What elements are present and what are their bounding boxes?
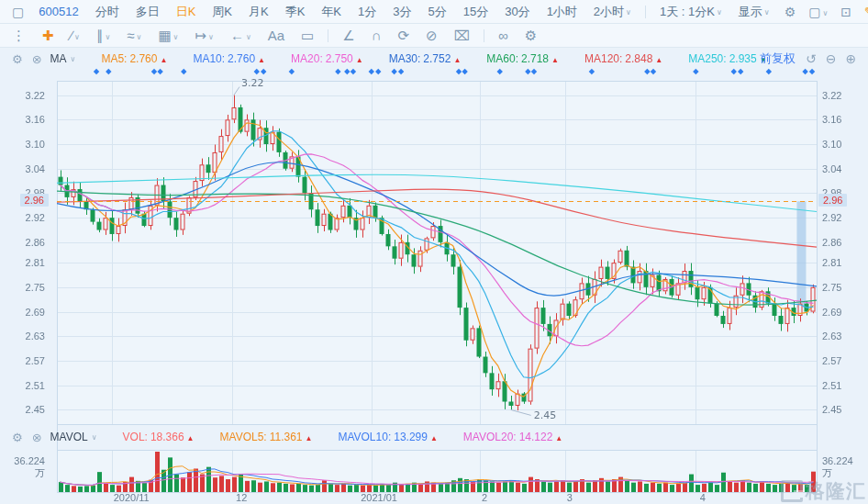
chevron-down-icon: ∨ xyxy=(71,55,76,63)
up-triangle-icon: ▲ xyxy=(453,56,461,64)
wave-tool-icon[interactable]: ≈∨ xyxy=(118,28,150,43)
indicator-name[interactable]: MAVOL xyxy=(47,431,90,443)
undo-icon[interactable]: ↺ xyxy=(801,51,821,66)
chevron-down-icon: ∨ xyxy=(92,433,97,442)
volume-scale-label: 36.224万 xyxy=(14,455,45,479)
up-triangle-icon: ▲ xyxy=(551,56,559,64)
drawing-toolbar: ⋮✚∕∨∥∨≈∨▦∨↦∨←∨Aa▭∠∩⟳⊘⌧∞⚙ xyxy=(0,24,868,48)
indicator-value: MA20:2.750▲ xyxy=(291,52,363,65)
zoom-out-icon[interactable]: ⊖ xyxy=(821,51,841,66)
draw-pencil-icon: ✎ xyxy=(864,5,868,19)
draw-settings-icon: ⚙ xyxy=(525,28,537,43)
time-tick-label[interactable]: 4 xyxy=(700,492,706,503)
draw-settings-icon[interactable]: ⚙ xyxy=(517,28,545,44)
magnet-tool-icon[interactable]: ∩ xyxy=(363,28,390,43)
indicator-number: 2.848 xyxy=(625,52,652,65)
indicator-settings-icon[interactable]: ⚙ xyxy=(7,431,28,444)
tab-1hour-label: 1小时 xyxy=(547,5,577,18)
time-tick-label[interactable]: 3 xyxy=(567,492,573,503)
display-menu[interactable]: 显示∨ xyxy=(730,4,778,20)
tab-5min[interactable]: 5分 xyxy=(419,4,454,20)
watermark-logo-icon xyxy=(781,480,803,502)
indicator-label: MA5: xyxy=(101,52,127,65)
zoom-in-icon[interactable]: ⊕ xyxy=(840,51,861,66)
channel-tool-icon[interactable]: ∥∨ xyxy=(88,28,118,44)
draw-pencil-icon[interactable]: ✎ xyxy=(858,5,868,19)
window-icon: ▢ xyxy=(12,5,24,19)
move-tool-icon[interactable]: ✚ xyxy=(34,28,62,44)
indicator-label: MA250: xyxy=(688,52,726,65)
time-tick-label[interactable]: 2 xyxy=(482,492,487,503)
tab-intraday[interactable]: 分时 xyxy=(87,4,128,20)
window-icon[interactable]: ▢ xyxy=(6,5,30,19)
tab-multiday-label: 多日 xyxy=(136,5,160,18)
tab-multiday[interactable]: 多日 xyxy=(128,4,168,20)
tab-1min[interactable]: 1分 xyxy=(350,4,384,20)
settings-gear-icon[interactable]: ⚙ xyxy=(778,5,803,19)
callout-tool-icon: ▭ xyxy=(301,28,314,43)
layout-icon[interactable]: ▢∨ xyxy=(802,5,834,19)
chevron-down-icon: ∨ xyxy=(246,33,251,41)
text-tool-icon[interactable]: Aa xyxy=(260,28,293,43)
indicator-number: 18.366 xyxy=(150,431,184,443)
channel-tool-icon: ∥ xyxy=(96,28,104,43)
price-tick-label: 2.86 xyxy=(26,237,45,248)
volume-scale-unit: 万 xyxy=(14,467,45,479)
tab-quarterly-k[interactable]: 季K xyxy=(277,4,314,20)
tab-1hour[interactable]: 1小时 xyxy=(539,4,585,20)
time-tick-label[interactable]: 2020/11 xyxy=(114,492,150,503)
camera-icon[interactable]: ⊡ xyxy=(834,5,858,19)
replay-tool-icon[interactable]: ⟳ xyxy=(390,28,418,44)
trendline-tool-icon[interactable]: ∕∨ xyxy=(62,28,88,43)
time-tick-label[interactable]: 2021/01 xyxy=(361,492,397,503)
arrow-tool-icon: ← xyxy=(230,28,244,43)
indicator-close-icon[interactable]: ⊗ xyxy=(28,431,47,444)
tab-weekly-k[interactable]: 周K xyxy=(204,4,240,20)
tab-3min-label: 3分 xyxy=(393,5,411,18)
hide-drawings-icon[interactable]: ⊘ xyxy=(417,28,446,44)
price-tick-label: 3.22 xyxy=(26,90,45,101)
angle-tool-icon[interactable]: ∠ xyxy=(334,28,362,44)
indicator-settings-icon[interactable]: ⚙ xyxy=(7,52,28,66)
delete-drawings-icon[interactable]: ⌧ xyxy=(446,28,478,44)
tab-2hour[interactable]: 2小时∨ xyxy=(585,4,640,20)
tab-weekly-k-label: 周K xyxy=(212,5,232,18)
time-tick-label[interactable]: 12 xyxy=(236,492,247,503)
drag-handle-icon[interactable]: ⋮ xyxy=(4,28,34,44)
price-tick-label: 2.86 xyxy=(822,237,841,248)
price-tick-label: 2.81 xyxy=(822,257,841,268)
indicator-value: MA5:2.760▲ xyxy=(101,52,167,65)
price-tick-label: 2.45 xyxy=(822,404,841,415)
gann-tool-icon[interactable]: ▦∨ xyxy=(150,28,186,44)
indicator-name[interactable]: MA xyxy=(47,52,69,65)
indicator-number: 2.935 xyxy=(729,52,757,65)
text-tool-icon: Aa xyxy=(268,28,284,43)
tab-30min[interactable]: 30分 xyxy=(496,4,538,20)
compare-icon[interactable]: ∞ xyxy=(490,28,517,43)
tab-3min[interactable]: 3分 xyxy=(384,4,419,20)
chevron-down-icon: ∨ xyxy=(208,33,214,41)
up-triangle-icon: ▲ xyxy=(430,434,438,442)
tab-daily-k-label: 日K xyxy=(176,5,196,18)
indicator-value: MA120:2.848▲ xyxy=(584,52,662,65)
stock-code[interactable]: 600512 xyxy=(30,5,86,18)
forward-adjust-button[interactable]: 前复权 xyxy=(760,50,796,67)
price-tick-label: 3.10 xyxy=(26,139,45,150)
chevron-down-icon: ∨ xyxy=(764,8,770,17)
price-tick-label: 2.63 xyxy=(822,330,841,342)
price-tick-label: 2.57 xyxy=(26,355,45,366)
tab-monthly-k[interactable]: 月K xyxy=(240,4,277,20)
indicator-label: MA20: xyxy=(291,52,323,65)
chart-area: ⚙⊗MA∨MA5:2.760▲MA10:2.760▲MA20:2.750▲MA3… xyxy=(0,48,868,504)
tab-15min[interactable]: 15分 xyxy=(455,4,496,20)
chevron-down-icon: ∨ xyxy=(822,9,828,17)
price-tick-label: 2.75 xyxy=(26,282,45,293)
callout-tool-icon[interactable]: ▭ xyxy=(293,28,322,44)
period-selector[interactable]: 1天 : 1分K∨ xyxy=(651,4,730,20)
tab-daily-k[interactable]: 日K xyxy=(168,4,205,20)
tab-yearly-k[interactable]: 年K xyxy=(313,4,350,20)
indicator-close-icon[interactable]: ⊗ xyxy=(28,52,47,66)
indicator-value: MA30:2.752▲ xyxy=(389,52,462,65)
extend-line-tool-icon[interactable]: ↦∨ xyxy=(186,28,221,44)
arrow-tool-icon[interactable]: ←∨ xyxy=(222,28,260,43)
